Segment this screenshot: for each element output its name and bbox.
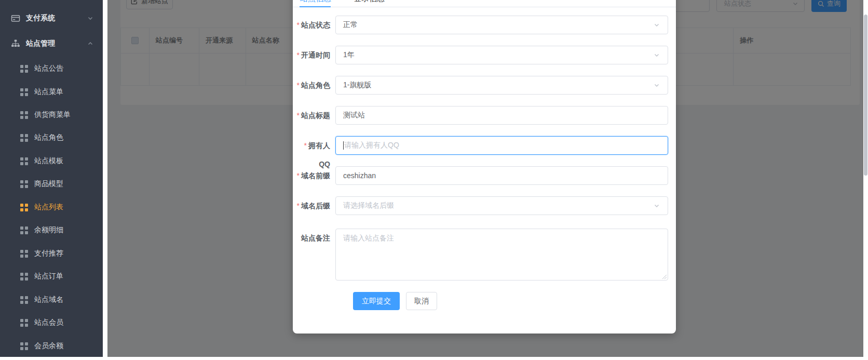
sidebar-item-site-domain[interactable]: 站点域名 [0,292,103,307]
owner-qq-input[interactable]: 请输入拥有人QQ [335,136,668,155]
scrollbar-thumb[interactable] [864,15,867,176]
open-duration-select[interactable]: 1年 [335,46,668,64]
sidebar-item-product-model[interactable]: 商品模型 [0,177,103,191]
grid-icon [20,180,28,188]
field-label: *域名前缀 [293,166,330,185]
chevron-down-icon [653,82,660,89]
field-label: *开通时间 [293,46,330,64]
sidebar-item-label: 支付推荐 [34,249,63,258]
grid-icon [20,273,28,281]
required-asterisk: * [297,51,300,59]
grid-icon [20,342,28,350]
field-label: 站点备注 [293,229,330,247]
sidebar-item-site-members[interactable]: 站点会员 [0,315,103,330]
sidebar-item-label: 站点会员 [34,318,63,327]
required-asterisk: * [297,21,300,29]
select-value: 1-旗舰版 [343,81,371,90]
sidebar-group-label: 支付系统 [26,14,55,23]
active-tab-underline [300,6,331,7]
sidebar-group-payment-system[interactable]: 支付系统 [0,11,103,25]
required-asterisk: * [297,171,300,180]
required-asterisk: * [297,111,300,119]
chevron-down-icon [653,202,660,209]
page-scrollbar[interactable] [863,0,868,357]
sidebar-item-label: 站点列表 [34,203,63,212]
sidebar-item-label: 会员余额 [34,341,63,351]
site-remark-textarea[interactable]: 请输入站点备注 [335,229,668,281]
page-root: 支付系统 站点管理 站点公告 站点菜单 供货商菜单 站点角色 站点模板 [0,0,868,360]
sitemap-icon [11,39,20,48]
grid-icon [20,296,28,304]
grid-icon [20,204,28,211]
grid-icon [20,88,28,96]
cancel-button[interactable]: 取消 [406,292,437,310]
chevron-down-icon [87,15,93,21]
field-label-text: 拥有人QQ [308,141,330,168]
field-label: *域名后缀 [293,196,330,215]
sidebar-item-balance-detail[interactable]: 余额明细 [0,223,103,237]
textarea-placeholder: 请输入站点备注 [343,234,394,242]
grid-icon [20,134,28,142]
sidebar-item-site-orders[interactable]: 站点订单 [0,269,103,284]
grid-icon [20,226,28,234]
grid-icon [20,157,28,165]
field-label: *站点角色 [293,76,330,95]
sidebar-item-label: 站点域名 [34,295,63,304]
sidebar-item-member-balance[interactable]: 会员余额 [0,339,103,353]
resize-handle-icon[interactable] [661,274,667,279]
site-edit-dialog: 站点信息 登录信息 *站点状态 正常 *开通时间 1年 *站点角色 1-旗舰版 [293,0,676,334]
grid-icon [20,250,28,258]
sidebar-item-site-menu[interactable]: 站点菜单 [0,85,103,99]
text-cursor [343,141,344,150]
select-placeholder: 请选择域名后缀 [343,201,394,210]
chevron-up-icon [87,41,93,47]
submit-button[interactable]: 立即提交 [353,292,400,310]
select-value: 1年 [343,50,355,60]
chevron-down-icon [653,51,660,59]
grid-icon [20,319,28,327]
sidebar-group-site-management[interactable]: 站点管理 [0,36,103,51]
grid-icon [20,111,28,119]
domain-suffix-select[interactable]: 请选择域名后缀 [335,196,668,215]
sidebar-item-label: 商品模型 [34,179,63,189]
domain-prefix-input[interactable]: ceshizhan [335,166,668,185]
field-label: *站点标题 [293,106,330,125]
sidebar-item-payment-recommend[interactable]: 支付推荐 [0,246,103,261]
grid-icon [20,65,28,73]
required-asterisk: * [297,81,300,89]
input-placeholder: 请输入拥有人QQ [344,141,399,150]
sidebar: 支付系统 站点管理 站点公告 站点菜单 供货商菜单 站点角色 站点模板 [0,0,103,357]
tab-login-info[interactable]: 登录信息 [353,0,385,5]
field-label: *拥有人QQ [293,136,330,155]
required-asterisk: * [297,202,300,210]
site-role-select[interactable]: 1-旗舰版 [335,76,668,95]
chevron-down-icon [653,21,660,29]
sidebar-group-label: 站点管理 [26,39,55,48]
field-label-text: 站点备注 [301,234,330,242]
select-value: 正常 [343,20,358,30]
sidebar-item-label: 站点模板 [34,156,63,166]
sidebar-item-supplier-menu[interactable]: 供货商菜单 [0,108,103,122]
sidebar-item-label: 站点菜单 [34,87,63,97]
tab-site-info[interactable]: 站点信息 [300,0,332,5]
field-label-text: 站点状态 [301,21,330,29]
sidebar-item-label: 供货商菜单 [34,110,71,119]
sidebar-item-site-announcement[interactable]: 站点公告 [0,61,103,76]
field-label-text: 站点角色 [301,81,330,89]
input-value: 测试站 [343,111,365,120]
field-label-text: 域名后缀 [301,202,330,210]
sidebar-item-site-list[interactable]: 站点列表 [0,200,103,215]
field-label-text: 站点标题 [301,111,330,119]
credit-card-icon [11,14,20,23]
site-title-input[interactable]: 测试站 [335,106,668,125]
sidebar-item-site-role[interactable]: 站点角色 [0,130,103,145]
input-value: ceshizhan [343,171,376,180]
sidebar-item-label: 余额明细 [34,225,63,235]
sidebar-item-site-template[interactable]: 站点模板 [0,154,103,168]
field-label: *站点状态 [293,16,330,34]
site-status-select[interactable]: 正常 [335,16,668,34]
field-label-text: 域名前缀 [301,171,330,180]
sidebar-item-label: 站点角色 [34,133,63,142]
sidebar-item-label: 站点订单 [34,272,63,281]
dialog-tabbar: 站点信息 登录信息 [293,0,676,7]
